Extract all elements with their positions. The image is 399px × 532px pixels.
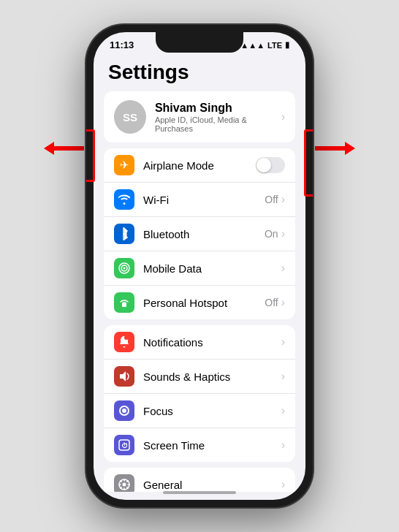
phone-body: 11:13 ▲▲▲ LTE ▮ Settings SS Shivam Singh <box>86 25 313 507</box>
screen-time-icon: ⏱ <box>114 435 134 455</box>
status-indicators: ▲▲▲ LTE ▮ <box>240 40 289 50</box>
hotspot-chevron: › <box>281 296 285 309</box>
signal-icon: ▲▲▲ <box>240 41 265 50</box>
focus-chevron: › <box>281 404 285 417</box>
list-item[interactable]: ✈ Airplane Mode <box>104 148 295 183</box>
screen-time-label: Screen Time <box>143 439 205 452</box>
settings-group-connectivity: ✈ Airplane Mode <box>104 148 295 319</box>
sounds-value: › <box>281 370 285 383</box>
focus-value: › <box>281 404 285 417</box>
hotspot-icon <box>114 292 134 313</box>
bluetooth-value: On › <box>265 227 285 240</box>
mobile-data-chevron: › <box>281 262 285 275</box>
profile-name: Shivam Singh <box>155 102 281 115</box>
list-item[interactable]: Notifications › <box>104 325 295 360</box>
notifications-icon <box>114 332 134 352</box>
profile-subtitle: Apple ID, iCloud, Media & Purchases <box>155 115 281 133</box>
notch <box>156 32 243 53</box>
settings-group-alerts: Notifications › <box>104 325 295 462</box>
item-left: Wi-Fi <box>114 189 169 210</box>
wifi-status: Off <box>265 194 278 205</box>
wifi-value: Off › <box>265 193 285 206</box>
screen-time-value: › <box>281 438 285 452</box>
page-title: Settings <box>94 56 305 91</box>
wifi-icon <box>114 189 134 210</box>
item-left: Mobile Data <box>114 258 202 278</box>
focus-label: Focus <box>143 405 173 417</box>
svg-rect-6 <box>122 303 126 307</box>
svg-marker-0 <box>44 142 84 155</box>
hotspot-status: Off <box>265 297 278 308</box>
avatar: SS <box>114 100 146 134</box>
list-item[interactable]: General › <box>104 468 295 492</box>
battery-icon: ▮ <box>285 40 289 50</box>
list-item[interactable]: Sounds & Haptics › <box>104 360 295 394</box>
bluetooth-status: On <box>265 228 278 240</box>
general-value: › <box>281 478 285 491</box>
svg-marker-1 <box>315 142 355 155</box>
bluetooth-label: Bluetooth <box>143 228 189 240</box>
general-chevron: › <box>281 478 285 491</box>
svg-point-13 <box>123 483 126 487</box>
wifi-chevron: › <box>281 193 285 206</box>
hotspot-value: Off › <box>265 296 285 309</box>
list-item[interactable]: Bluetooth On › <box>104 217 295 251</box>
item-left: Bluetooth <box>114 224 189 244</box>
phone-wrapper: 11:13 ▲▲▲ LTE ▮ Settings SS Shivam Singh <box>86 25 313 507</box>
settings-content: Settings SS Shivam Singh Apple ID, iClou… <box>94 53 305 492</box>
airplane-mode-toggle[interactable] <box>256 157 285 173</box>
bluetooth-icon <box>114 224 134 244</box>
svg-text:⏱: ⏱ <box>121 442 128 449</box>
notifications-value: › <box>281 335 285 349</box>
arrow-left-icon <box>44 140 84 156</box>
arrow-right-icon <box>315 140 355 156</box>
screen: 11:13 ▲▲▲ LTE ▮ Settings SS Shivam Singh <box>94 32 305 500</box>
item-left: ✈ Airplane Mode <box>114 155 214 175</box>
bluetooth-chevron: › <box>281 227 285 240</box>
notifications-chevron: › <box>281 335 285 349</box>
general-icon <box>114 474 134 492</box>
svg-point-7 <box>124 335 129 340</box>
red-highlight-right <box>304 129 313 197</box>
airplane-mode-label: Airplane Mode <box>143 159 214 172</box>
list-item[interactable]: Personal Hotspot Off › <box>104 286 295 319</box>
list-item[interactable]: ⏱ Screen Time › <box>104 428 295 462</box>
notifications-label: Notifications <box>143 336 203 349</box>
item-left: Focus <box>114 400 173 421</box>
mobile-data-label: Mobile Data <box>143 262 202 275</box>
hotspot-label: Personal Hotspot <box>143 297 227 309</box>
mobile-data-icon <box>114 258 134 278</box>
svg-point-9 <box>123 410 126 412</box>
general-label: General <box>143 479 182 491</box>
item-left: ⏱ Screen Time <box>114 435 205 455</box>
focus-icon <box>114 400 134 421</box>
wifi-label: Wi-Fi <box>143 194 169 206</box>
red-highlight-left <box>86 129 95 182</box>
item-left: Notifications <box>114 332 203 352</box>
toggle-knob <box>256 158 271 172</box>
svg-marker-8 <box>120 371 126 381</box>
screen-time-chevron: › <box>281 438 285 452</box>
item-left: General <box>114 474 182 492</box>
profile-chevron: › <box>281 110 285 123</box>
list-item[interactable]: Wi-Fi Off › <box>104 183 295 217</box>
home-indicator <box>163 491 236 494</box>
sounds-icon <box>114 366 134 387</box>
airplane-mode-icon: ✈ <box>114 155 134 175</box>
list-item[interactable]: Mobile Data › <box>104 251 295 286</box>
item-left: Sounds & Haptics <box>114 366 230 387</box>
item-left: Personal Hotspot <box>114 292 227 313</box>
sounds-label: Sounds & Haptics <box>143 370 230 383</box>
profile-info: Shivam Singh Apple ID, iCloud, Media & P… <box>155 102 281 133</box>
lte-indicator: LTE <box>267 41 282 50</box>
profile-row[interactable]: SS Shivam Singh Apple ID, iCloud, Media … <box>104 91 295 142</box>
svg-point-5 <box>123 267 126 270</box>
status-time: 11:13 <box>110 39 134 50</box>
settings-group-system: General › <box>104 468 295 492</box>
mobile-data-value: › <box>281 262 285 275</box>
profile-left: SS Shivam Singh Apple ID, iCloud, Media … <box>114 100 281 134</box>
list-item[interactable]: Focus › <box>104 394 295 428</box>
sounds-chevron: › <box>281 370 285 383</box>
